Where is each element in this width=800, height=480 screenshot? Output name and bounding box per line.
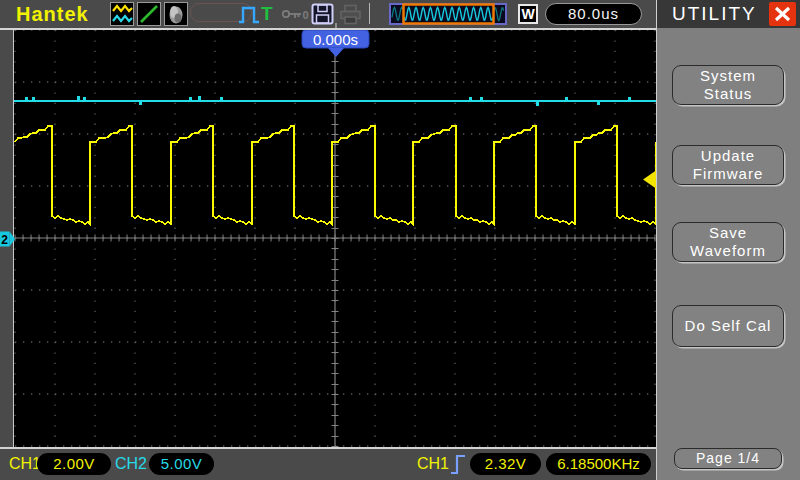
svg-text:0.000s: 0.000s [313, 31, 358, 48]
do-self-cal-button[interactable]: Do Self Cal [672, 305, 784, 347]
key-icon: 0 [281, 7, 311, 22]
hand-icon [165, 3, 187, 25]
line-style-button[interactable] [137, 2, 161, 26]
waveform-preview[interactable] [389, 3, 507, 25]
scope-display: 0.000s2 [0, 30, 656, 447]
hand-button[interactable] [164, 2, 188, 26]
oscilloscope-screen: Hantek T [0, 0, 800, 480]
frequency-readout: 6.18500KHz [546, 453, 651, 475]
save-icon[interactable] [311, 3, 335, 26]
system-status-button[interactable]: System Status [672, 65, 784, 105]
ch2-volts-readout: 5.00V [149, 453, 214, 475]
window-mode-button[interactable]: W [518, 4, 538, 24]
save-waveform-button[interactable]: Save Waveform [672, 222, 784, 262]
brand-logo: Hantek [16, 3, 89, 26]
bottom-status-bar: CH1 2.00V CH2 5.00V CH1 2.32V 6.18500KHz [0, 449, 656, 480]
trigger-source-label: CH1 [417, 453, 449, 475]
utility-menu-panel: UTILITY System Status Update Firmware Sa… [656, 0, 800, 480]
trigger-level-readout: 2.32V [470, 453, 541, 475]
close-button[interactable] [769, 2, 796, 26]
menu-header: UTILITY [657, 0, 800, 28]
page-button[interactable]: Page 1/4 [674, 448, 782, 469]
channel-waves-button[interactable] [110, 2, 134, 26]
svg-text:0: 0 [303, 9, 309, 21]
menu-title: UTILITY [672, 0, 757, 28]
svg-text:2: 2 [1, 233, 8, 247]
top-toolbar: Hantek T [0, 0, 656, 28]
rising-edge-icon [449, 452, 467, 476]
ch1-volts-readout: 2.00V [37, 453, 111, 475]
timebase-readout: 80.0us [545, 3, 642, 25]
ch2-label: CH2 [115, 453, 147, 475]
channel-waves-icon [111, 3, 133, 25]
line-style-icon [138, 3, 160, 25]
print-icon [339, 4, 363, 25]
update-firmware-button[interactable]: Update Firmware [672, 145, 784, 185]
trigger-type-label: T [261, 3, 273, 25]
pulse-icon [238, 5, 261, 25]
toolbar-divider [369, 3, 370, 24]
close-icon [769, 2, 796, 26]
